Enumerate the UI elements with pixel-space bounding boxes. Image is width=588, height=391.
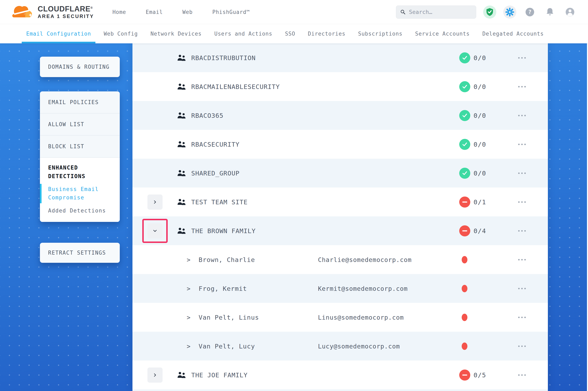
table-row-group: RBACSECURITY 0/0 [133,130,548,159]
group-name: THE JOE FAMILY [191,371,248,379]
group-name: RBACO365 [191,112,223,119]
active-indicator-bar [40,184,42,203]
user-name: Brown, Charlie [199,256,255,263]
table-row-user: > Van Pelt, Linus Linus@somedemocorp.com [133,303,548,332]
check-icon [462,113,467,118]
group-icon [177,112,186,119]
user-caret-icon[interactable]: > [187,285,190,292]
expand-button[interactable] [147,368,162,383]
row-actions-menu[interactable] [517,228,527,234]
member-count: 0/4 [473,227,486,235]
search-input[interactable] [409,9,472,15]
group-name: TEST TEAM SITE [191,198,248,206]
nav-phishguard[interactable]: PhishGuard™ [212,9,250,15]
table-row-user: > Frog, Kermit Kermit@somedemocorp.com [133,274,548,303]
row-actions-menu[interactable] [517,286,527,291]
group-status: 0/4 [459,225,486,236]
table-row-group: RBACDISTRUBUTION 0/0 [133,43,548,72]
row-actions-menu[interactable] [517,141,527,147]
search-box[interactable] [396,5,476,19]
row-actions-menu[interactable] [517,55,527,61]
tab-directories[interactable]: Directories [308,24,345,43]
nav-email[interactable]: Email [146,9,163,15]
sidebar-item-allow-list[interactable]: ALLOW LIST [40,113,120,136]
sidebar-item-business-email-compromise[interactable]: Business Email Compromise [40,181,120,202]
gear-icon [505,7,515,17]
account-button[interactable] [564,5,577,19]
row-actions-menu[interactable] [517,372,527,378]
minus-icon [462,230,467,232]
tab-sso[interactable]: SSO [285,24,295,43]
user-email: Linus@somedemocorp.com [318,314,404,321]
settings-button[interactable] [503,5,516,19]
config-tabs: Email Configuration Web Config Network D… [0,24,588,43]
user-caret-icon[interactable]: > [187,256,190,263]
app-header: CLOUDFLARE® AREA 1 SECURITY Home Email W… [0,0,588,24]
check-icon [462,56,467,60]
status-badge [459,196,470,207]
row-actions-menu[interactable] [517,314,527,320]
tab-users-and-actions[interactable]: Users and Actions [214,24,272,43]
cloudflare-logo[interactable]: CLOUDFLARE® AREA 1 SECURITY [11,3,94,21]
row-actions-menu[interactable] [517,113,527,118]
minus-icon [462,201,467,203]
member-count: 0/1 [473,198,486,206]
sidebar-card-domains-routing[interactable]: DOMAINS & ROUTING [40,57,120,77]
user-name: Van Pelt, Lucy [199,343,255,350]
status-badge [459,168,470,179]
user-status-dot [462,343,467,350]
notifications-button[interactable] [543,5,557,19]
svg-text:?: ? [528,9,532,15]
table-row-group: RBACMAILENABLESECURITY 0/0 [133,72,548,101]
user-caret-icon[interactable]: > [187,314,190,321]
nav-web[interactable]: Web [182,9,193,15]
brand-tagline: AREA 1 SECURITY [38,14,94,19]
tab-delegated-accounts[interactable]: Delegated Accounts [482,24,544,43]
help-button[interactable]: ? [523,5,536,19]
retract-settings-label: RETRACT SETTINGS [40,250,114,256]
group-icon [177,169,186,177]
top-nav: Home Email Web PhishGuard™ [112,9,250,15]
nav-home[interactable]: Home [112,9,126,15]
table-row-user: > Van Pelt, Lucy Lucy@somedemocorp.com [133,332,548,361]
user-email: Charlie@somedemocorp.com [318,256,412,263]
status-badge [459,81,470,92]
member-count: 0/5 [473,371,486,379]
member-count: 0/0 [473,54,486,62]
sidebar-item-block-list[interactable]: BLOCK LIST [40,136,120,158]
row-actions-menu[interactable] [517,84,527,89]
status-badge [459,110,470,121]
table-row-group: THE BROWN FAMILY 0/4 [133,216,548,245]
tab-network-devices[interactable]: Network Devices [150,24,202,43]
sidebar-item-email-policies[interactable]: EMAIL POLICIES [40,92,120,113]
group-icon [177,140,186,148]
row-actions-menu[interactable] [517,343,527,349]
status-badge [459,370,470,381]
domains-routing-label: DOMAINS & ROUTING [40,64,118,70]
tab-web-config[interactable]: Web Config [104,24,138,43]
table-row-partial [133,389,548,391]
sidebar-section-enhanced-detections: ENHANCED DETECTIONS Business Email Compr… [40,158,120,222]
sidebar-card-retract-settings[interactable]: RETRACT SETTINGS [40,243,120,263]
group-icon [177,54,186,62]
group-name: THE BROWN FAMILY [191,227,256,235]
header-actions: ? [396,5,577,19]
user-caret-icon[interactable]: > [187,343,190,350]
enhanced-detections-title: ENHANCED DETECTIONS [40,163,120,181]
tab-subscriptions[interactable]: Subscriptions [358,24,403,43]
table-row-group: RBACO365 0/0 [133,101,548,130]
group-icon [177,198,186,206]
sidebar-item-added-detections[interactable]: Added Detections [40,202,120,215]
user-name: Frog, Kermit [199,285,247,292]
member-count: 0/0 [473,170,486,177]
expand-button[interactable] [147,223,162,238]
tab-service-accounts[interactable]: Service Accounts [415,24,470,43]
group-status: 0/1 [459,196,486,207]
tab-email-configuration[interactable]: Email Configuration [26,24,91,43]
group-icon [177,371,186,379]
row-actions-menu[interactable] [517,199,527,205]
row-actions-menu[interactable] [517,170,527,176]
row-actions-menu[interactable] [517,257,527,262]
security-status-button[interactable] [483,5,496,19]
expand-button[interactable] [147,195,162,210]
